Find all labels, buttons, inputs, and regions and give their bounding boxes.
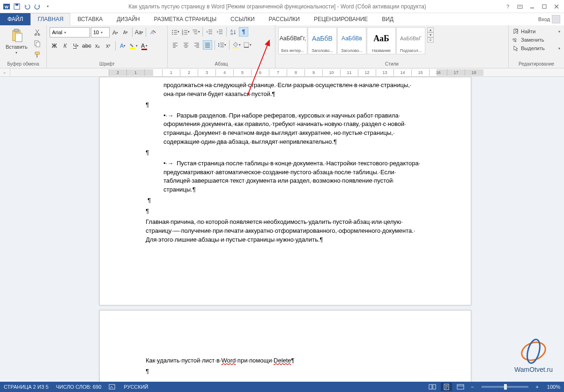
- document-area[interactable]: продолжаться·на·следующей·странице.·Если…: [0, 77, 564, 382]
- style-heading1[interactable]: АаБбВЗаголово...: [308, 27, 337, 54]
- svg-rect-7: [14, 29, 19, 32]
- style-heading2[interactable]: АаБбВвЗаголово...: [337, 27, 366, 54]
- ruler-horizontal[interactable]: ⌐ 21123456789101112131415161718: [0, 68, 564, 77]
- style-no-spacing[interactable]: АаБбВвГг,Без интер...: [278, 27, 307, 54]
- bold-icon[interactable]: Ж: [50, 41, 59, 51]
- borders-icon[interactable]: ▾: [243, 40, 252, 50]
- increase-indent-icon[interactable]: [215, 27, 224, 37]
- find-label: Найти: [521, 29, 535, 34]
- svg-rect-25: [233, 47, 238, 48]
- sign-in[interactable]: Вход: [534, 13, 564, 25]
- bullets-icon[interactable]: ▾: [171, 27, 180, 37]
- select-button[interactable]: Выделить▾: [512, 44, 561, 52]
- styles-up-icon[interactable]: ▴: [427, 27, 434, 32]
- replace-button[interactable]: abЗаменить: [512, 36, 561, 44]
- chevron-down-icon[interactable]: ▾: [558, 30, 560, 34]
- text-effects-icon[interactable]: A▾: [118, 41, 127, 51]
- multilevel-icon[interactable]: ▾: [191, 27, 200, 37]
- page-1: продолжаться·на·следующей·странице.·Если…: [99, 77, 471, 305]
- svg-rect-36: [457, 385, 464, 389]
- status-page[interactable]: СТРАНИЦА 2 ИЗ 5: [4, 384, 49, 390]
- cut-icon[interactable]: [32, 27, 43, 37]
- align-left-icon[interactable]: [171, 40, 180, 50]
- underline-icon[interactable]: Ч▾: [71, 41, 81, 51]
- tab-mailings[interactable]: РАССЫЛКИ: [262, 13, 307, 25]
- paste-button[interactable]: Вставить ▾: [3, 27, 30, 56]
- font-size-combo[interactable]: 10▾: [91, 27, 110, 37]
- numbering-icon[interactable]: 123▾: [181, 27, 190, 37]
- style-title[interactable]: АаБНазвание: [367, 27, 396, 54]
- undo-icon[interactable]: [22, 2, 32, 11]
- styles-more-icon[interactable]: ≡: [427, 37, 434, 43]
- chevron-down-icon[interactable]: ▾: [101, 30, 103, 35]
- svg-rect-34: [433, 385, 436, 389]
- replace-icon: ab: [512, 37, 519, 43]
- svg-rect-5: [542, 5, 546, 8]
- zoom-in-icon[interactable]: +: [534, 384, 541, 390]
- select-icon: [512, 45, 519, 52]
- status-bar: СТРАНИЦА 2 ИЗ 5 ЧИСЛО СЛОВ: 690 РУССКИЙ …: [0, 382, 564, 392]
- word-icon[interactable]: W: [2, 2, 11, 11]
- line-spacing-icon[interactable]: ▾: [217, 40, 227, 50]
- svg-rect-15: [130, 48, 135, 49]
- redo-icon[interactable]: [33, 2, 42, 11]
- text-line: продолжаться·на·следующей·странице.·Если…: [146, 81, 443, 99]
- window-controls: ?: [502, 2, 562, 11]
- decrease-indent-icon[interactable]: [205, 27, 214, 37]
- align-right-icon[interactable]: [192, 40, 201, 50]
- clear-format-icon[interactable]: A: [148, 28, 157, 37]
- zoom-thumb[interactable]: [504, 384, 507, 390]
- ruler-corner[interactable]: ⌐: [0, 68, 10, 76]
- tab-references[interactable]: ССЫЛКИ: [223, 13, 261, 25]
- save-icon[interactable]: [12, 2, 22, 11]
- superscript-icon[interactable]: x²: [104, 41, 113, 51]
- paragraph-mark: ¶: [146, 101, 443, 110]
- tab-file[interactable]: ФАЙЛ: [0, 13, 30, 25]
- italic-icon[interactable]: К: [60, 41, 70, 51]
- find-button[interactable]: Найти▾: [512, 27, 561, 36]
- minimize-icon[interactable]: [527, 2, 538, 11]
- format-painter-icon[interactable]: [32, 50, 43, 60]
- maximize-icon[interactable]: [539, 2, 550, 11]
- tab-layout[interactable]: РАЗМЕТКА СТРАНИЦЫ: [147, 13, 224, 25]
- sort-icon[interactable]: АЯ: [229, 27, 238, 37]
- font-color-icon[interactable]: A▾: [140, 41, 149, 51]
- qat-customize-icon[interactable]: ▾: [43, 2, 52, 11]
- zoom-value[interactable]: 100%: [543, 384, 560, 390]
- shading-icon[interactable]: ▾: [232, 40, 241, 50]
- tab-design[interactable]: ДИЗАЙН: [110, 13, 147, 25]
- paragraph-mark: ¶: [146, 148, 443, 157]
- view-read-icon[interactable]: [427, 383, 438, 391]
- tab-view[interactable]: ВИД: [375, 13, 401, 25]
- ribbon-display-icon[interactable]: [514, 2, 526, 11]
- chevron-down-icon[interactable]: ▾: [558, 46, 560, 51]
- subscript-icon[interactable]: x₂: [93, 41, 102, 51]
- change-case-icon[interactable]: Aa▾: [134, 28, 144, 37]
- align-center-icon[interactable]: [181, 40, 191, 50]
- show-marks-icon[interactable]: ¶: [239, 27, 248, 37]
- help-icon[interactable]: ?: [502, 2, 513, 11]
- justify-icon[interactable]: [203, 40, 212, 50]
- zoom-slider[interactable]: [482, 386, 528, 388]
- tab-home[interactable]: ГЛАВНАЯ: [30, 13, 70, 25]
- svg-point-18: [172, 32, 173, 33]
- ribbon: Вставить ▾ Буфер обмена Arial▾ 10▾ A▴ A▾…: [0, 25, 564, 68]
- highlight-icon[interactable]: ▾: [129, 41, 138, 51]
- copy-icon[interactable]: [32, 38, 43, 49]
- font-name-combo[interactable]: Arial▾: [50, 27, 90, 37]
- view-web-icon[interactable]: [455, 383, 466, 391]
- style-subtitle[interactable]: АаБбВвГПодзагол...: [396, 27, 425, 54]
- grow-font-icon[interactable]: A▴: [111, 28, 120, 37]
- status-proofing-icon[interactable]: [109, 384, 116, 390]
- shrink-font-icon[interactable]: A▾: [121, 28, 130, 37]
- view-print-icon[interactable]: [441, 383, 452, 391]
- tab-insert[interactable]: ВСТАВКА: [70, 13, 110, 25]
- tab-review[interactable]: РЕЦЕНЗИРОВАНИЕ: [307, 13, 375, 25]
- status-words[interactable]: ЧИСЛО СЛОВ: 690: [56, 384, 102, 390]
- close-icon[interactable]: [551, 2, 562, 11]
- status-language[interactable]: РУССКИЙ: [124, 384, 148, 390]
- strike-icon[interactable]: abc: [82, 41, 91, 51]
- zoom-out-icon[interactable]: −: [469, 384, 475, 390]
- group-font-label: Шрифт: [50, 60, 164, 68]
- chevron-down-icon[interactable]: ▾: [64, 30, 66, 35]
